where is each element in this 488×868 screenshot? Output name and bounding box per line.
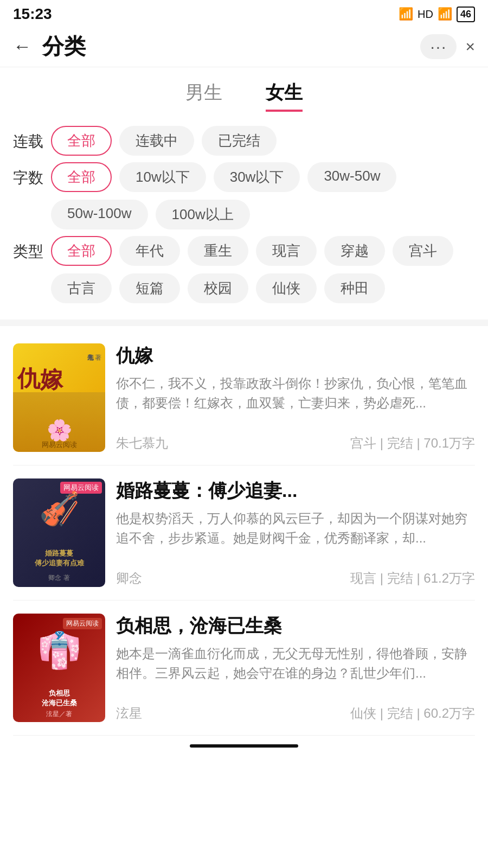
back-button[interactable]: ← xyxy=(13,36,31,57)
cover3-author: 泫星／著 xyxy=(46,710,72,719)
close-button[interactable]: × xyxy=(465,37,475,56)
serial-tag-ongoing[interactable]: 连载中 xyxy=(119,126,194,156)
list-item[interactable]: 网易云阅读 🎻 婚路蔓蔓傅少追妻有点难 卿念 著 婚路蔓蔓：傅少追妻... 他是… xyxy=(13,465,475,601)
serial-tags: 全部 连载中 已完结 xyxy=(51,126,475,156)
words-tag-over100w[interactable]: 100w以上 xyxy=(156,200,250,229)
battery-indicator: 46 xyxy=(457,7,475,22)
type-tag-niandai[interactable]: 年代 xyxy=(119,236,180,266)
words-tag-all[interactable]: 全部 xyxy=(51,162,112,192)
book-desc-3: 她本是一滴雀血衍化而成，无父无母无性别，得他眷顾，安静相伴。三界风云起，她会守在… xyxy=(116,644,475,683)
words-filter-row: 字数 全部 10w以下 30w以下 30w-50w 50w-100w 100w以… xyxy=(13,162,475,229)
book-tags-3: 仙侠 | 完结 | 60.2万字 xyxy=(350,705,475,722)
book-meta-1: 朱七慕九 宫斗 | 完结 | 70.1万字 xyxy=(116,435,475,452)
status-icons: 📶 HD 📶 46 xyxy=(399,7,475,22)
filter-section: 连载 全部 连载中 已完结 字数 全部 10w以下 30w以下 30w-50w … xyxy=(0,120,488,315)
words-tag-under30w[interactable]: 30w以下 xyxy=(214,162,300,192)
page-title: 分类 xyxy=(42,31,420,61)
book-info-1: 仇嫁 你不仁，我不义，投靠政敌斗倒你！抄家仇，负心恨，笔笔血债，都要偿！红嫁衣，… xyxy=(116,343,475,452)
type-tag-guyan[interactable]: 古言 xyxy=(51,273,112,303)
type-tags: 全部 年代 重生 现言 穿越 宫斗 古言 短篇 校园 仙侠 种田 xyxy=(51,236,475,303)
book-list: 仇嫁 朱七慕九著 🌸 网易云阅读 仇嫁 你不仁，我不义，投靠政敌斗倒你！抄家仇，… xyxy=(0,330,488,736)
bluetooth-icon: 📶 xyxy=(399,7,413,21)
book-title-2: 婚路蔓蔓：傅少追妻... xyxy=(116,478,475,503)
type-tag-chuanyue[interactable]: 穿越 xyxy=(324,236,385,266)
type-tag-gongdou[interactable]: 宫斗 xyxy=(393,236,453,266)
serial-tag-complete[interactable]: 已完结 xyxy=(202,126,277,156)
book-meta-2: 卿念 现言 | 完结 | 61.2万字 xyxy=(116,570,475,587)
book-tags-2: 现言 | 完结 | 61.2万字 xyxy=(350,570,475,587)
type-label: 类型 xyxy=(13,236,51,262)
list-item[interactable]: 网易云阅读 👘 负相思沧海已生桑 泫星／著 负相思，沧海已生桑 她本是一滴雀血衍… xyxy=(13,601,475,736)
book-cover-1: 仇嫁 朱七慕九著 🌸 网易云阅读 xyxy=(13,343,105,452)
book-desc-2: 他是权势滔天，万人仰慕的风云巨子，却因为一个阴谋对她穷追不舍，步步紧逼。她是财阀… xyxy=(116,509,475,548)
tab-female[interactable]: 女生 xyxy=(266,80,303,112)
status-bar: 15:23 📶 HD 📶 46 xyxy=(0,0,488,26)
type-filter-row: 类型 全部 年代 重生 现言 穿越 宫斗 古言 短篇 校园 仙侠 种田 xyxy=(13,236,475,303)
list-item[interactable]: 仇嫁 朱七慕九著 🌸 网易云阅读 仇嫁 你不仁，我不义，投靠政敌斗倒你！抄家仇，… xyxy=(13,330,475,465)
type-tag-duanpian[interactable]: 短篇 xyxy=(119,273,180,303)
cover1-flowers-decoration: 🌸 xyxy=(47,418,72,442)
book-cover-2: 网易云阅读 🎻 婚路蔓蔓傅少追妻有点难 卿念 著 xyxy=(13,478,105,587)
cover3-badge: 网易云阅读 xyxy=(63,618,102,629)
type-tag-xianxia[interactable]: 仙侠 xyxy=(256,273,317,303)
serial-label: 连载 xyxy=(13,126,51,152)
book-author-2: 卿念 xyxy=(116,570,142,587)
more-button[interactable]: ··· xyxy=(420,34,457,59)
words-label: 字数 xyxy=(13,162,51,188)
type-tag-xiaoyuan[interactable]: 校园 xyxy=(188,273,248,303)
book-title-1: 仇嫁 xyxy=(116,343,475,368)
cover2-violin-icon: 🎻 xyxy=(39,489,80,528)
header: ← 分类 ··· × xyxy=(0,26,488,67)
words-tag-under10w[interactable]: 10w以下 xyxy=(119,162,206,192)
cover2-book-title: 婚路蔓蔓傅少追妻有点难 xyxy=(13,548,105,568)
book-info-3: 负相思，沧海已生桑 她本是一滴雀血衍化而成，无父无母无性别，得他眷顾，安静相伴。… xyxy=(116,614,475,722)
type-tag-zhongtian[interactable]: 种田 xyxy=(324,273,385,303)
book-meta-3: 泫星 仙侠 | 完结 | 60.2万字 xyxy=(116,705,475,722)
book-tags-1: 宫斗 | 完结 | 70.1万字 xyxy=(350,435,475,452)
home-indicator xyxy=(190,744,298,748)
type-tag-all[interactable]: 全部 xyxy=(51,236,112,266)
serial-filter-row: 连载 全部 连载中 已完结 xyxy=(13,126,475,156)
words-tag-30w50w[interactable]: 30w-50w xyxy=(307,162,396,192)
book-cover-3: 网易云阅读 👘 负相思沧海已生桑 泫星／著 xyxy=(13,614,105,722)
cover3-person-icon: 👘 xyxy=(37,630,81,671)
book-author-3: 泫星 xyxy=(116,705,142,722)
serial-tag-all[interactable]: 全部 xyxy=(51,126,112,156)
cover2-author: 卿念 著 xyxy=(48,573,69,583)
signal-icon: HD xyxy=(418,8,433,21)
words-tags: 全部 10w以下 30w以下 30w-50w 50w-100w 100w以上 xyxy=(51,162,475,229)
tab-male[interactable]: 男生 xyxy=(185,80,222,112)
book-info-2: 婚路蔓蔓：傅少追妻... 他是权势滔天，万人仰慕的风云巨子，却因为一个阴谋对她穷… xyxy=(116,478,475,587)
book-title-3: 负相思，沧海已生桑 xyxy=(116,614,475,639)
cover3-book-title: 负相思沧海已生桑 xyxy=(15,688,103,708)
book-author-1: 朱七慕九 xyxy=(116,435,168,452)
status-time: 15:23 xyxy=(13,5,52,23)
wifi-icon: 📶 xyxy=(438,7,452,21)
section-divider xyxy=(0,320,488,326)
cover1-logo: 网易云阅读 xyxy=(42,440,77,450)
book-desc-1: 你不仁，我不义，投靠政敌斗倒你！抄家仇，负心恨，笔笔血债，都要偿！红嫁衣，血双鬟… xyxy=(116,374,475,413)
type-tag-xiandai[interactable]: 现言 xyxy=(256,236,317,266)
gender-tabs: 男生 女生 xyxy=(0,67,488,120)
words-tag-50w100w[interactable]: 50w-100w xyxy=(51,200,148,229)
type-tag-chongsheng[interactable]: 重生 xyxy=(188,236,248,266)
